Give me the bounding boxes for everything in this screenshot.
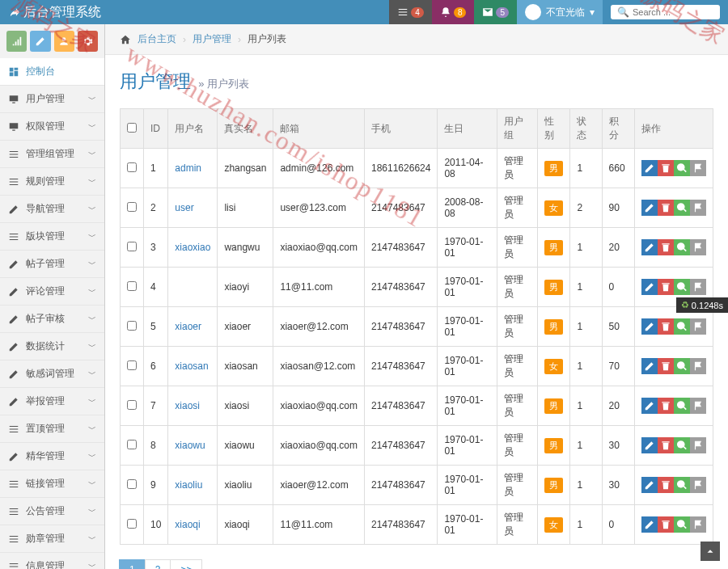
user-menu[interactable]: 不宜光临 ▾ <box>517 0 603 24</box>
flag-icon <box>692 360 704 372</box>
edit-button[interactable] <box>641 358 658 374</box>
breadcrumb-section[interactable]: 用户管理 <box>193 32 231 46</box>
sidebar-item-10[interactable]: 数据统计﹀ <box>0 333 104 360</box>
search-input[interactable] <box>633 7 713 17</box>
shortcut-3[interactable] <box>54 31 74 52</box>
edit-button[interactable] <box>641 516 658 533</box>
username-link[interactable]: xiaoxiao <box>175 242 210 253</box>
sidebar-item-1[interactable]: 用户管理﹀ <box>0 86 104 113</box>
messages-button[interactable]: 5 <box>474 0 517 24</box>
delete-button[interactable] <box>658 358 674 374</box>
select-all-checkbox[interactable] <box>127 123 137 133</box>
sidebar-item-0[interactable]: 控制台 <box>0 58 104 86</box>
sidebar-item-4[interactable]: 规则管理﹀ <box>0 168 104 196</box>
row-checkbox[interactable] <box>127 400 137 410</box>
edit-button[interactable] <box>641 318 658 335</box>
username-link[interactable]: xiaowu <box>175 440 205 451</box>
row-checkbox[interactable] <box>127 479 137 489</box>
flag-button[interactable] <box>690 437 706 453</box>
view-button[interactable] <box>674 279 690 295</box>
sidebar-item-label: 帖子管理 <box>26 257 65 271</box>
view-button[interactable] <box>674 437 690 453</box>
flag-button[interactable] <box>690 358 706 374</box>
shortcut-1[interactable] <box>6 31 27 52</box>
page-button[interactable]: 2 <box>145 559 171 569</box>
username-link[interactable]: xiaoliu <box>175 479 202 491</box>
alerts-button[interactable]: 8 <box>432 0 475 24</box>
view-button[interactable] <box>674 398 690 414</box>
sidebar-item-9[interactable]: 帖子审核﹀ <box>0 306 104 333</box>
delete-button[interactable] <box>658 200 674 216</box>
sidebar-item-3[interactable]: 管理组管理﹀ <box>0 141 104 168</box>
row-checkbox[interactable] <box>127 440 137 449</box>
delete-button[interactable] <box>658 516 674 533</box>
row-checkbox[interactable] <box>127 519 137 529</box>
sidebar-item-12[interactable]: 举报管理﹀ <box>0 388 104 415</box>
search-box[interactable]: 🔍 <box>611 5 720 19</box>
view-button[interactable] <box>674 477 690 493</box>
edit-button[interactable] <box>641 477 658 493</box>
flag-button[interactable] <box>690 279 706 295</box>
row-checkbox[interactable] <box>127 360 137 370</box>
delete-button[interactable] <box>658 279 674 295</box>
sidebar-item-7[interactable]: 帖子管理﹀ <box>0 251 104 278</box>
scroll-top-button[interactable] <box>700 542 720 561</box>
view-button[interactable] <box>674 318 690 335</box>
edit-button[interactable] <box>641 160 658 176</box>
edit-button[interactable] <box>641 279 658 295</box>
sidebar-item-8[interactable]: 评论管理﹀ <box>0 278 104 306</box>
view-button[interactable] <box>674 516 690 533</box>
delete-button[interactable] <box>658 160 674 176</box>
sidebar-item-6[interactable]: 版块管理﹀ <box>0 223 104 251</box>
sidebar-item-17[interactable]: 勋章管理﹀ <box>0 525 104 553</box>
flag-button[interactable] <box>690 477 706 493</box>
row-checkbox[interactable] <box>127 281 137 291</box>
row-checkbox[interactable] <box>127 162 137 172</box>
flag-button[interactable] <box>690 239 706 255</box>
delete-button[interactable] <box>658 239 674 255</box>
username-link[interactable]: xiaoer <box>175 321 201 332</box>
username-link[interactable]: xiaoqi <box>175 519 200 530</box>
breadcrumb-home[interactable]: 后台主页 <box>138 32 176 46</box>
shortcut-4[interactable] <box>78 31 98 52</box>
view-button[interactable] <box>674 160 690 176</box>
view-button[interactable] <box>674 200 690 216</box>
sidebar-item-14[interactable]: 精华管理﹀ <box>0 443 104 470</box>
flag-button[interactable] <box>690 318 706 335</box>
edit-button[interactable] <box>641 200 658 216</box>
edit-button[interactable] <box>641 398 658 414</box>
row-checkbox[interactable] <box>127 242 137 251</box>
view-button[interactable] <box>674 239 690 255</box>
page-button[interactable]: 1 <box>119 559 146 569</box>
flag-button[interactable] <box>690 398 706 414</box>
delete-button[interactable] <box>658 477 674 493</box>
view-button[interactable] <box>674 358 690 374</box>
page-button[interactable]: >> <box>170 559 202 569</box>
sidebar-item-18[interactable]: 信息管理﹀ <box>0 553 104 569</box>
username-link[interactable]: admin <box>175 162 201 174</box>
flag-button[interactable] <box>690 516 706 533</box>
username-link[interactable]: user <box>175 202 193 213</box>
flag-button[interactable] <box>690 160 706 176</box>
flag-button[interactable] <box>690 200 706 216</box>
delete-button[interactable] <box>658 437 674 453</box>
pencil-icon <box>35 36 46 47</box>
edit-button[interactable] <box>641 437 658 453</box>
sidebar-item-16[interactable]: 公告管理﹀ <box>0 498 104 525</box>
sidebar-item-13[interactable]: 置顶管理﹀ <box>0 415 104 443</box>
row-checkbox[interactable] <box>127 321 137 331</box>
tasks-button[interactable]: 4 <box>389 0 432 24</box>
cell-realname: wangwu <box>218 228 273 268</box>
sidebar-item-2[interactable]: 权限管理﹀ <box>0 113 104 141</box>
sidebar-item-5[interactable]: 导航管理﹀ <box>0 196 104 223</box>
username-link[interactable]: xiaosan <box>175 360 208 372</box>
shortcut-2[interactable] <box>30 31 50 52</box>
row-checkbox[interactable] <box>127 202 137 212</box>
sidebar-item-11[interactable]: 敏感词管理﹀ <box>0 360 104 388</box>
delete-button[interactable] <box>658 318 674 335</box>
sidebar-item-15[interactable]: 链接管理﹀ <box>0 470 104 498</box>
edit-button[interactable] <box>641 239 658 255</box>
delete-button[interactable] <box>658 398 674 414</box>
brand[interactable]: 后台管理系统 <box>8 4 101 21</box>
username-link[interactable]: xiaosi <box>175 400 200 411</box>
